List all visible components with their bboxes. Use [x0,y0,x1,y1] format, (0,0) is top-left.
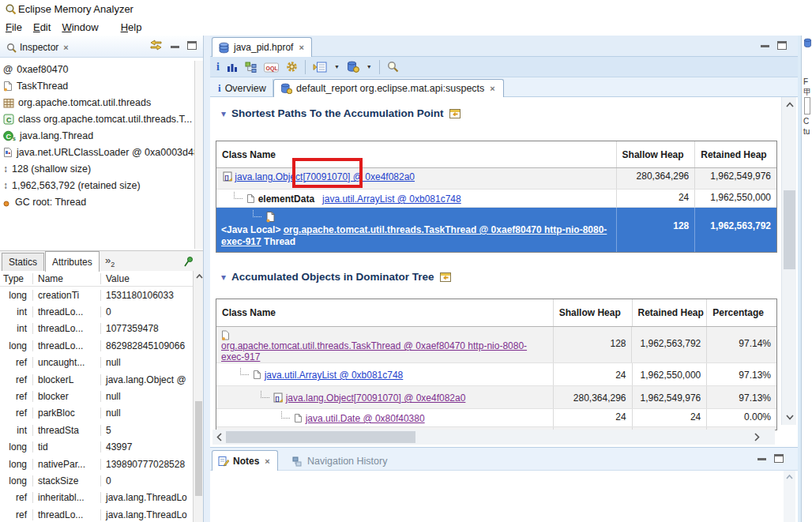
twistie-icon[interactable]: ▾ [221,272,226,283]
info-icon[interactable]: i [216,62,220,73]
tab-java-pid-hprof[interactable]: java_pid.hprof × [212,37,312,57]
tab-statics[interactable]: Statics [2,253,44,272]
object-link[interactable]: java.lang.Object[70091070] @ 0xe4f082a0 [286,392,466,404]
editor-horizontal-scrollbar[interactable] [212,430,775,445]
menu-help[interactable]: Help [115,20,148,35]
oql-icon[interactable]: OQL [264,62,279,73]
object-link[interactable]: org.apache.tomcat.util.threads.TaskThrea… [221,340,527,362]
maximize-icon[interactable] [777,41,787,50]
table-row[interactable]: elementData java.util.ArrayList @ 0xb081… [216,190,776,208]
table-row[interactable]: longcreationTi1531180106033 [0,287,193,303]
col-value[interactable]: Value [100,273,193,284]
col-shallow-heap[interactable]: Shallow Heap [553,299,632,326]
minimize-icon[interactable] [171,42,179,48]
sash-divider[interactable] [204,36,210,522]
table-row[interactable]: longthreadLo...862982845109066 [0,337,193,354]
heap-actions-icon[interactable] [347,61,359,73]
dropdown-arrow-icon[interactable]: ▼ [334,64,340,69]
close-icon[interactable]: × [62,43,70,52]
table-row[interactable]: intthreadSta5 [0,422,193,438]
minimize-icon[interactable] [761,41,769,47]
close-icon[interactable]: × [297,43,305,52]
tab-inspector[interactable]: Inspector × [3,39,73,56]
tab-overflow-chevron[interactable]: »2 [105,254,115,269]
table-row[interactable]: refparkBlocnull [0,405,193,422]
table-row[interactable]: refblockerLjava.lang.Object @ [0,371,193,388]
table-row[interactable]: org.apache.tomcat.util.threads.TaskThrea… [216,327,776,363]
table-row[interactable]: refthreadLo...java.lang.ThreadLo [0,506,193,522]
table-row[interactable]: intthreadLo...1077359478 [0,321,193,337]
table-row[interactable]: intthreadLo...0 [0,303,193,320]
tab-default-report-suspects[interactable]: default_report org.eclipse.mat.api:suspe… [273,79,504,97]
editor-vertical-scrollbar[interactable] [781,97,796,425]
table-row-selected[interactable]: <Java Local> org.apache.tomcat.util.thre… [216,208,776,252]
expand-menu-icon[interactable] [313,62,327,73]
table-row[interactable]: longstackSize0 [0,472,193,489]
list-item[interactable]: java.net.URLClassLoader @ 0xa0003d48 [0,144,194,160]
link-with-snapshot-icon[interactable] [148,39,163,51]
scrollbar-thumb[interactable] [226,431,415,443]
notes-editor[interactable] [210,471,784,522]
attributes-scrollbar[interactable] [193,271,203,522]
tab-attributes[interactable]: Attributes [45,251,100,272]
menu-file[interactable]: File [0,20,28,35]
table-header-row[interactable]: Class Name Shallow Heap Retained Heap Pe… [216,299,776,327]
menu-window[interactable]: Window [56,20,103,35]
list-item[interactable]: ↕ 128 (shallow size) [0,160,194,177]
table-row[interactable]: [] java.lang.Object[70091070] @ 0xe4f082… [216,386,776,409]
tab-navigation-history[interactable]: Navigation History [286,452,393,471]
col-retained-heap[interactable]: Retained Heap [694,141,776,167]
list-item[interactable]: org.apache.tomcat.util.threads [0,94,194,111]
dominator-tree-icon[interactable] [245,62,257,73]
col-class-name[interactable]: Class Name [216,141,616,167]
scroll-down-icon[interactable] [782,410,797,425]
col-name[interactable]: Name [32,273,100,284]
scroll-left-icon[interactable] [212,430,226,445]
table-row[interactable]: longnativePar...139890777028528 [0,456,193,472]
maximize-icon[interactable] [774,454,784,463]
table-row[interactable]: refblockernull [0,388,193,404]
table-row[interactable]: refuncaught...null [0,355,193,371]
notes-scrollbar[interactable] [784,471,795,522]
col-type[interactable]: Type [0,273,32,284]
list-item[interactable]: Cs java.lang.Thread [0,127,194,144]
scrollbar-thumb[interactable] [195,401,202,496]
list-item[interactable]: TaskThread [0,77,194,94]
histogram-icon[interactable] [227,62,238,73]
scrollbar-thumb[interactable] [784,190,795,269]
twistie-icon[interactable]: ▾ [221,108,226,119]
scroll-up-icon[interactable] [782,97,797,112]
dropdown-arrow-icon[interactable]: ▼ [367,64,372,69]
table-row[interactable]: java.util.ArrayList @ 0xb081c748 24 1,96… [216,363,776,386]
table-row[interactable]: java.util.Date @ 0x80f40380 24 24 0.00% [216,409,776,427]
col-class-name[interactable]: Class Name [216,299,553,326]
menu-edit[interactable]: Edit [28,20,56,35]
section-accumulated-objects[interactable]: ▾ Accumulated Objects in Dominator Tree [221,271,451,283]
close-icon[interactable]: × [263,456,271,466]
table-row[interactable]: refinheritabl...java.lang.ThreadLo [0,490,193,506]
col-shallow-heap[interactable]: Shallow Heap [616,141,695,167]
list-item[interactable]: ↕ 1,962,563,792 (retained size) [0,177,194,193]
section-window-icon[interactable] [449,109,461,118]
list-item[interactable]: C class org.apache.tomcat.util.threads.T… [0,111,194,127]
col-percentage[interactable]: Percentage [706,299,776,326]
tab-overview[interactable]: i Overview [212,79,273,97]
table-row[interactable]: longtid43997 [0,439,193,456]
attributes-table-header[interactable]: Type Name Value [0,271,193,287]
object-link[interactable]: java.util.ArrayList @ 0xb081c748 [265,370,404,381]
gear-icon[interactable] [286,61,298,73]
list-item[interactable]: GC root: Thread [0,193,194,210]
pin-icon[interactable] [183,256,194,267]
col-retained-heap[interactable]: Retained Heap [632,299,707,326]
search-icon[interactable] [387,61,399,73]
section-window-icon[interactable] [440,272,451,282]
maximize-icon[interactable] [187,41,197,50]
tab-notes[interactable]: Notes × [212,450,278,471]
minimize-icon[interactable] [757,454,766,460]
close-icon[interactable]: × [488,84,496,93]
object-link[interactable]: java.util.ArrayList @ 0xb081c748 [322,193,461,205]
list-item[interactable]: @ 0xaef80470 [0,61,194,77]
object-link[interactable]: java.util.Date @ 0x80f40380 [306,413,425,424]
inspector-list-scrollbar[interactable] [194,61,203,249]
section-shortest-paths[interactable]: ▾ Shortest Paths To the Accumulation Poi… [221,107,461,119]
